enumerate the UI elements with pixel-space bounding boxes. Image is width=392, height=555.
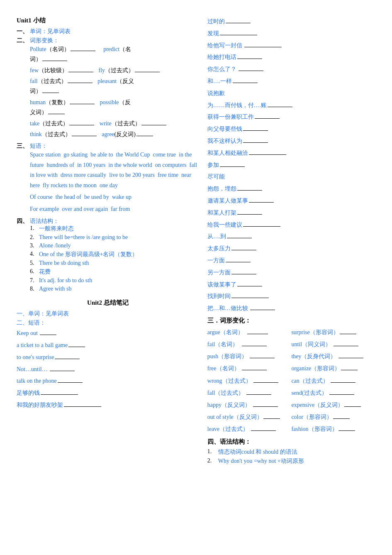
rp-20: 太多压力 xyxy=(207,244,375,254)
right-word-forms: 三．词形变化： argue（名词） surprise（形容词） fail（名词）… xyxy=(207,317,375,435)
u2p-4: Not…until… xyxy=(17,364,199,374)
phrase-text-1: Space station go skating be able to the … xyxy=(30,150,199,191)
grammar-8: 8. Agree with sb xyxy=(30,286,199,292)
rp-17: 和某人打架 xyxy=(207,208,375,218)
right-grammar-2: 2. Why don't you =why not +动词原形 xyxy=(207,457,375,465)
wf-line-3: fall（过去式） pleasant（反义 词） xyxy=(30,76,199,96)
section-phrases: 三、 短语： Space station go skating be able … xyxy=(17,142,199,216)
rp-18: 给我一些建议 xyxy=(207,220,375,230)
unit2-section: Unit2 总结笔记 一、单词：见单词表 二、短语： Keep out a ti… xyxy=(17,299,199,410)
rp-6: 和….一样 xyxy=(207,76,375,86)
grammar-7: 7. It's adj. for sb to do sth xyxy=(30,277,199,284)
grammar-3: 3. Alone /lonely xyxy=(30,242,199,249)
wf-row-3: push（形容词） they（反身代词） xyxy=(207,351,375,362)
word-forms-content: 词形变换： Pollute（名词） predict（名 词） few（比较级） … xyxy=(30,37,199,141)
grammar-content: 语法结构： 1. 一般将来时态 2. There will be=there i… xyxy=(30,218,199,294)
wf-row-8: out of style（反义词） color（形容词） xyxy=(207,412,375,422)
u2p-7: 和我的好朋友吵架 xyxy=(17,400,199,410)
rp-2: 发现 xyxy=(207,29,375,39)
wf-row-9: leave（过去式） fashion（形容词） xyxy=(207,424,375,434)
right-phrases: 过时的 发现 给他写一封信 给她打电话 你怎么了？ 和….一样 说抱歉 为……而… xyxy=(207,17,375,313)
rp-12: 和某人相处融洽 xyxy=(207,148,375,158)
u2p-5: talk on the phone xyxy=(17,376,199,386)
u2p-1: Keep out xyxy=(17,328,199,338)
grammar-4: 4. One of the 形容词最高级+名词（复数） xyxy=(30,251,199,258)
wf-line-6: think（过去式） agree(反义词) xyxy=(30,130,199,139)
u2p-3: to one's surprise xyxy=(17,352,199,362)
grammar-5: 5. There be sb doing sth xyxy=(30,260,199,266)
wf-row-1: argue（名词） surprise（形容词） xyxy=(207,327,375,337)
wf-row-4: free（名词） organize（形容词） xyxy=(207,363,375,374)
rp-3: 给他写一封信 xyxy=(207,41,375,51)
section-num-4: 四、 xyxy=(17,218,30,225)
rp-14: 尽可能 xyxy=(207,172,375,182)
wf-line-5: take（过去式） write（过去式） xyxy=(30,119,199,129)
section-grammar: 四、 语法结构： 1. 一般将来时态 2. There will be=ther… xyxy=(17,218,199,294)
wf-line-2: few（比较级） fly（过去式） xyxy=(30,66,199,76)
section-num-2: 二、 xyxy=(17,37,30,44)
unit2-phrases-header: 二、短语： xyxy=(17,319,199,327)
unit2-title: Unit2 总结笔记 xyxy=(17,299,199,307)
rp-19: 从….到 xyxy=(207,232,375,242)
section-vocab-label: 单词：见单词表 xyxy=(30,28,199,35)
right-grammar-1: 1. 情态动词could 和 should 的语法 xyxy=(207,448,375,456)
word-forms-title: 三．词形变化： xyxy=(207,317,375,325)
rp-15: 抱怨，埋怨 xyxy=(207,184,375,194)
grammar-6: 6. 花费 xyxy=(30,268,199,276)
wf-row-7: happy（反义词） expensive（反义词） xyxy=(207,400,375,410)
unit2-phrases-list: Keep out a ticket to a ball game to one'… xyxy=(17,328,199,410)
rp-5: 你怎么了？ xyxy=(207,64,375,74)
u2p-6: 足够的钱 xyxy=(17,388,199,398)
rp-9: 获得一份兼职工作 xyxy=(207,112,375,122)
section-word-forms: 二、 词形变换： Pollute（名词） predict（名 词） few（比较… xyxy=(17,37,199,141)
rp-13: 参加 xyxy=(207,160,375,170)
rp-4: 给她打电话 xyxy=(207,52,375,62)
wf-row-6: fall（过去式） send(过去式） xyxy=(207,388,375,398)
rp-10: 向父母要些钱 xyxy=(207,124,375,134)
rp-21: 一方面 xyxy=(207,256,375,266)
grammar-2: 2. There will be=there is /are going to … xyxy=(30,234,199,241)
unit2-vocab: 一、单词：见单词表 xyxy=(17,310,199,318)
right-grammar-title: 四、语法结构： xyxy=(207,438,375,446)
right-grammar: 四、语法结构： 1. 情态动词could 和 should 的语法 2. Why… xyxy=(207,438,375,465)
section-vocab: 一、 单词：见单词表 xyxy=(17,28,199,35)
unit1-title: Unit1 小结 xyxy=(17,17,199,24)
rp-23: 该做某事了 xyxy=(207,280,375,290)
section-num-1: 一、 xyxy=(17,28,30,35)
wf-line-1: Pollute（名词） predict（名 词） xyxy=(30,44,199,64)
phrase-text-3: For example over and over again far from xyxy=(30,204,199,215)
rp-1: 过时的 xyxy=(207,17,375,27)
rp-25: 把…和…做比较 xyxy=(207,303,375,313)
rp-24: 找到时间 xyxy=(207,291,375,301)
left-column: Unit1 小结 一、 单词：见单词表 二、 词形变换： Pollute（名词）… xyxy=(17,17,203,467)
rp-8: 为……而付钱，付….账 xyxy=(207,100,375,110)
wf-line-4: human（复数） possible（反 义词） xyxy=(30,98,199,117)
right-column: 过时的 发现 给他写一封信 给她打电话 你怎么了？ 和….一样 说抱歉 为……而… xyxy=(203,17,375,467)
rp-11: 我不这样认为 xyxy=(207,136,375,146)
phrase-text-2: Of course the head of be used by wake up xyxy=(30,192,199,203)
section-num-3: 三、 xyxy=(17,142,30,150)
grammar-1: 1. 一般将来时态 xyxy=(30,225,199,232)
rp-22: 另一方面 xyxy=(207,268,375,278)
rp-16: 邀请某人做某事 xyxy=(207,196,375,206)
wf-row-5: wrong（过去式） can（过去式） xyxy=(207,376,375,386)
u2p-2: a ticket to a ball game xyxy=(17,340,199,350)
wf-row-2: fail（名词） until（同义词） xyxy=(207,339,375,350)
rp-7: 说抱歉 xyxy=(207,88,375,98)
phrases-content: 短语： Space station go skating be able to … xyxy=(30,142,199,216)
